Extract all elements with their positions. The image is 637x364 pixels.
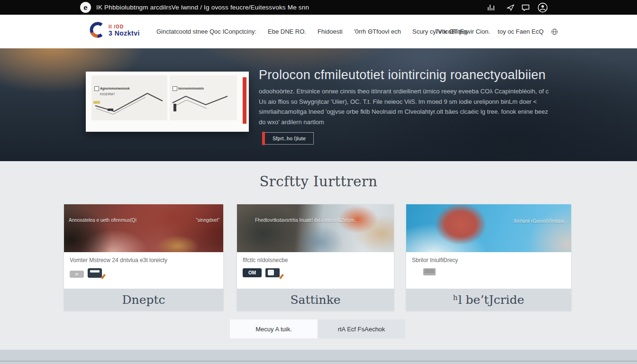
card-3-footer-label[interactable]: ʰl be’tJcride [406, 289, 571, 310]
pen-icon [101, 274, 106, 279]
card-2[interactable]: Fhedtovrtkstavsrtrtia Inuatrí dxl-Leibos… [237, 204, 394, 310]
edit-device-icon[interactable] [88, 268, 102, 278]
brochure-red-edge [243, 77, 246, 124]
brochure-left-panel: Agnemmonwomok KIGERM? [91, 75, 167, 120]
checkbox-icon [173, 86, 177, 91]
hero-paragraph: odoohoòrtez. Etrsinlce onnке cinnis theo… [259, 86, 548, 127]
card-1-image: Annoxatelea e ueth ofinnmus(Qi “sinngdxe… [64, 204, 223, 252]
checkbox-icon [94, 86, 99, 91]
card-1-footer-label[interactable]: Dneptc [64, 289, 223, 310]
hero-title: Prolocon cfmileutotiet iointircinig roan… [259, 68, 546, 82]
stats-icon[interactable] [486, 2, 497, 13]
hero-brochure-image: Agnemmonwomok KIGERM? Isrenemninomin [86, 72, 249, 132]
avatar-icon[interactable] [537, 2, 548, 13]
card-3-body: Sbrilor IniulfiÐrecy [406, 252, 571, 289]
tab-0[interactable]: Mecuy A tuik. [230, 319, 318, 338]
card-3-image: Xinhiinii rGeovsiVIrnlass [406, 204, 571, 252]
card-2-text: flfctlc nIdolsnecbe [243, 257, 388, 264]
globe-icon[interactable] [551, 28, 558, 35]
card-1-icon-row [70, 268, 218, 278]
hero-paragraph-line: odoohoòrtez. Etrsinlce onnке cinnis theo… [259, 86, 548, 97]
card-2-overlay: Fhedtovrtkstavsrtrtia Inuatrí dxl-Leibos… [255, 218, 357, 223]
card-2-body: flfctlc nIdolsnecbe OM [237, 252, 394, 289]
nav-right: Tvbr OT powir Cion. toy oc Faen EcQ [435, 15, 558, 48]
nav-item-3[interactable]: '0rrh ΘTfoovl ech [354, 28, 401, 35]
card-1-overlay-right: “sinngdxet” [196, 218, 219, 223]
nav-logo-bottom-label: 3 Nozktvi [109, 30, 140, 37]
bottom-tabs: Mecuy A tuik. rtA Ecf FsAechok [230, 319, 405, 338]
nav-logo-mark-icon [88, 21, 106, 41]
chat-icon[interactable] [520, 2, 531, 13]
nav-right-item-1[interactable]: toy oc Faen EcQ [498, 28, 544, 35]
cta-label: Sfprt..ho l)lute [265, 132, 314, 145]
nav-logo[interactable]: II /OD 3 Nozktvi [88, 21, 140, 41]
page: e IK Phbbiolubtngm arcdilrsVe lwnnd / Ig… [0, 0, 637, 364]
camera-icon[interactable] [265, 268, 280, 277]
nav-menu: Ginctatcootd stnee Qoc IConpctciny: Ebe … [156, 15, 467, 48]
hero-paragraph-line: do wxo' ardilern nartlom [259, 117, 548, 127]
footer-band [0, 350, 637, 364]
om-badge[interactable]: OM [243, 268, 262, 277]
button-icon[interactable] [70, 271, 84, 278]
send-icon[interactable] [505, 2, 516, 13]
card-2-image: Fhedtovrtkstavsrtrtia Inuatrí dxl-Leibos… [237, 204, 394, 252]
main-nav: II /OD 3 Nozktvi Ginctatcootd stnee Qoc … [0, 15, 637, 49]
card-1[interactable]: Annoxatelea e ueth ofinnmus(Qi “sinngdxe… [64, 204, 223, 310]
footer-divider [0, 361, 637, 362]
card-3[interactable]: Xinhiinii rGeovsiVIrnlass Sbrilor Iniulf… [406, 204, 571, 310]
topbar-logo-icon[interactable]: e [80, 2, 91, 13]
hero-cta-button[interactable]: Sfprt..ho l)lute [262, 132, 314, 145]
section-title: Srcftty Iurttrern [0, 173, 637, 190]
brochure-left-subcaption: KIGERM? [100, 92, 115, 96]
card-2-icon-row: OM [243, 268, 388, 277]
topbar: e IK Phbbiolubtngm arcdilrsVe lwnnd / Ig… [0, 0, 637, 15]
hero-section: Agnemmonwomok KIGERM? Isrenemninomin Pro… [0, 48, 637, 161]
card-3-icon-row [412, 268, 565, 275]
card-2-footer-label[interactable]: Sattinke [237, 289, 394, 310]
brochure-left-caption: Agnemmonwomok [100, 87, 130, 90]
card-3-overlay: Xinhiinii rGeovsiVIrnlass [513, 218, 564, 224]
nav-logo-text: II /OD 3 Nozktvi [109, 25, 140, 36]
brochure-right-caption: Isrenemninomin [178, 87, 204, 90]
brochure-right-panel: Isrenemninomin [170, 75, 237, 120]
nav-item-1[interactable]: Ebe DNE RO. [268, 28, 306, 35]
hero-paragraph-line: simrliaihcamoItga Ineed 'ogjvse orbe fkl… [259, 107, 548, 117]
card-1-body: Vomter Mstrecw 24 dntvlua e3t loreicty [64, 252, 223, 289]
tab-1[interactable]: rtA Ecf FsAechok [318, 319, 405, 338]
card-1-text: Vomter Mstrecw 24 dntvlua e3t loreicty [70, 257, 218, 264]
pen-icon [279, 274, 284, 279]
nav-item-0[interactable]: Ginctatcootd stnee Qoc IConpctciny: [156, 28, 256, 35]
hero-paragraph-line: Us aio ffios so Swygnjtcar 'Uiier), OC. … [259, 97, 548, 107]
topbar-brand[interactable]: IK Phbbiolubtngm arcdilrsVe lwnnd / Ig o… [96, 4, 309, 11]
nav-item-2[interactable]: Fhidoesti [318, 28, 343, 35]
nav-right-item-0[interactable]: Tvbr OT powir Cion. [435, 28, 490, 35]
card-3-text: Sbrilor IniulfiÐrecy [412, 257, 565, 264]
printer-icon[interactable] [423, 268, 436, 275]
card-1-overlay-left: Annoxatelea e ueth ofinnmus(Qi [69, 218, 136, 223]
